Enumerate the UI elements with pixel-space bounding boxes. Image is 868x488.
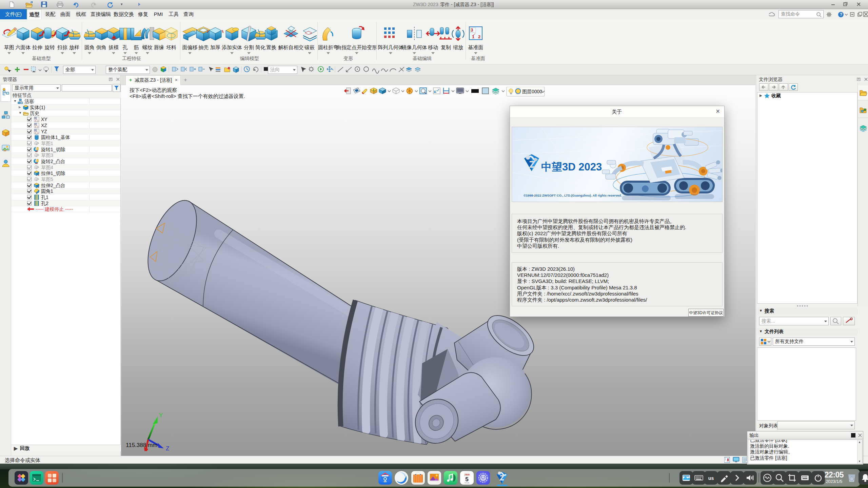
- svg-text:©1998-2022 ZWSOFT CO., LTD.(Gu: ©1998-2022 ZWSOFT CO., LTD.(Guangzhou). …: [524, 194, 622, 197]
- svg-text:Y: Y: [159, 412, 163, 419]
- svg-text:?: ?: [840, 12, 842, 17]
- svg-text:3: 3: [471, 27, 473, 33]
- svg-text:中望3D 2023: 中望3D 2023: [541, 161, 602, 173]
- svg-text:2: 2: [478, 34, 480, 39]
- svg-text:▾: ▾: [121, 2, 123, 6]
- svg-text:Z: Z: [166, 445, 169, 451]
- svg-text:us: us: [708, 475, 714, 481]
- svg-text:JAN: JAN: [464, 473, 470, 476]
- svg-text:THUR: THUR: [465, 482, 469, 484]
